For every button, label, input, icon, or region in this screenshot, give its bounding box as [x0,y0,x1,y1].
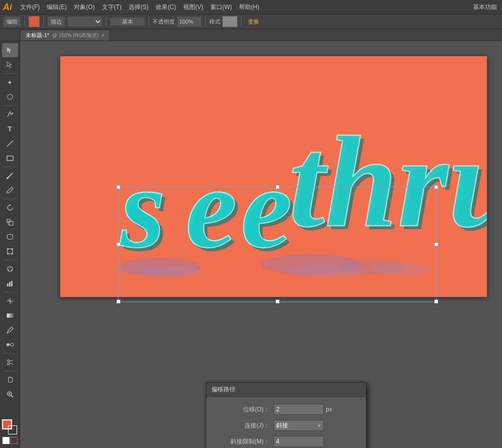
opacity-value[interactable]: 100% [177,16,202,27]
free-transform-tool[interactable] [2,244,18,258]
miter-row: 斜接限制(M)： [214,436,358,447]
svg-rect-9 [7,248,9,250]
sep4 [149,17,149,27]
paintbrush-tool[interactable] [2,169,18,183]
sep6 [241,17,241,27]
menu-file[interactable]: 文件(F) [17,2,43,13]
gradient-tool[interactable] [2,309,18,323]
warp-tool[interactable] [2,230,18,244]
offset-label: 位移(O)： [214,405,270,414]
dialog-title-bar[interactable]: 偏移路径 [206,383,366,397]
svg-text:thru: thru [289,109,487,254]
menu-edit[interactable]: 编辑(E) [44,2,70,13]
offset-input[interactable] [274,404,324,415]
stroke-color-box[interactable] [8,425,17,434]
svg-line-30 [10,360,13,361]
hand-tool[interactable] [2,373,18,387]
style-swatch[interactable] [222,16,237,27]
mesh-tool[interactable] [2,294,18,308]
rect-tool[interactable] [2,151,18,165]
transform-btn[interactable]: 变换 [245,16,262,27]
svg-point-28 [8,360,10,362]
tool-sep-6 [3,292,17,292]
svg-rect-12 [12,253,13,254]
fill-color[interactable] [29,16,40,27]
tab-close-btn[interactable]: × [101,33,104,38]
tool-sep-7 [3,353,17,354]
menu-help[interactable]: 帮助(H) [236,2,263,13]
eyedropper-tool[interactable] [2,323,18,337]
tool-sep-2 [3,105,17,106]
fill-stroke-widget[interactable] [2,419,18,435]
svg-text:e: e [186,144,237,272]
handle-br[interactable] [434,300,438,304]
menu-effect[interactable]: 效果(C) [153,2,179,13]
svg-point-29 [8,363,10,365]
main-area: ✦ T [0,41,502,448]
stroke-select[interactable] [67,16,102,27]
line-tool[interactable] [2,136,18,151]
svg-line-31 [10,363,13,364]
column-graph-tool[interactable] [2,276,18,290]
stroke-label: 基本 [122,18,133,26]
scale-tool[interactable] [2,215,18,229]
svg-rect-5 [9,221,13,225]
svg-rect-19 [11,281,13,286]
menu-object[interactable]: 对象(O) [71,2,97,13]
blend-tool[interactable] [2,338,18,352]
lasso-tool[interactable] [2,90,18,104]
svg-line-33 [11,395,13,397]
mode-label: 编组 [3,16,21,27]
svg-line-7 [7,222,9,225]
miter-input[interactable] [274,436,324,447]
zoom-tool[interactable] [2,387,18,401]
workspace-label: 基本功能 [473,3,497,12]
canvas-area: s s s e e e e e e [20,41,502,448]
type-tool[interactable]: T [2,122,18,136]
magic-wand-tool[interactable]: ✦ [2,75,18,89]
tool-sep-3 [3,167,17,167]
document-tab[interactable]: 未标题-1* @ 150% (RGB/预览) × [20,30,110,41]
svg-rect-18 [9,282,11,286]
color-mode-row [3,437,18,444]
svg-point-0 [8,94,13,99]
menu-select[interactable]: 选择(S) [126,2,152,13]
sep2 [43,17,44,27]
selection-tool[interactable] [2,43,18,57]
tab-bar: 未标题-1* @ 150% (RGB/预览) × [0,29,502,41]
join-label: 连接(J)： [214,421,270,430]
artwork-svg: s s s e e e e e e [60,56,487,297]
symbol-sprayer-tool[interactable] [2,262,18,276]
svg-rect-6 [7,219,10,222]
join-select[interactable]: 斜接 圆角 斜切 [274,420,324,431]
white-mode-btn[interactable] [3,437,10,444]
stroke-mode[interactable]: 描边 [47,16,65,27]
stroke-preview: 基本 [110,17,145,26]
style-label: 样式 [209,18,220,26]
svg-line-2 [7,140,13,146]
direct-selection-tool[interactable] [2,58,18,72]
menu-window[interactable]: 窗口(W) [207,2,235,13]
rotate-tool[interactable] [2,201,18,215]
menu-view[interactable]: 视图(V) [180,2,206,13]
svg-point-42 [371,263,432,275]
scissors-tool[interactable] [2,355,18,369]
pencil-tool[interactable] [2,183,18,197]
pen-tool[interactable] [2,107,18,121]
join-select-wrap: 斜接 圆角 斜切 ▼ [274,420,324,431]
tab-title: 未标题-1* [26,32,49,39]
tool-sep-8 [3,371,17,371]
tool-sep-4 [3,199,17,199]
menu-type[interactable]: 文字(T) [99,2,124,13]
tab-subtitle: @ 150% (RGB/预览) [52,32,98,39]
offset-row: 位移(O)： px [214,404,358,415]
svg-rect-10 [12,248,13,250]
ai-logo: Ai [3,3,12,12]
tools-panel: ✦ T [0,41,20,448]
svg-point-16 [8,269,9,270]
tool-sep-1 [3,73,17,74]
handle-bm[interactable] [276,300,280,304]
none-mode-btn[interactable] [11,437,18,444]
handle-bl[interactable] [116,300,120,304]
svg-point-26 [11,343,14,346]
